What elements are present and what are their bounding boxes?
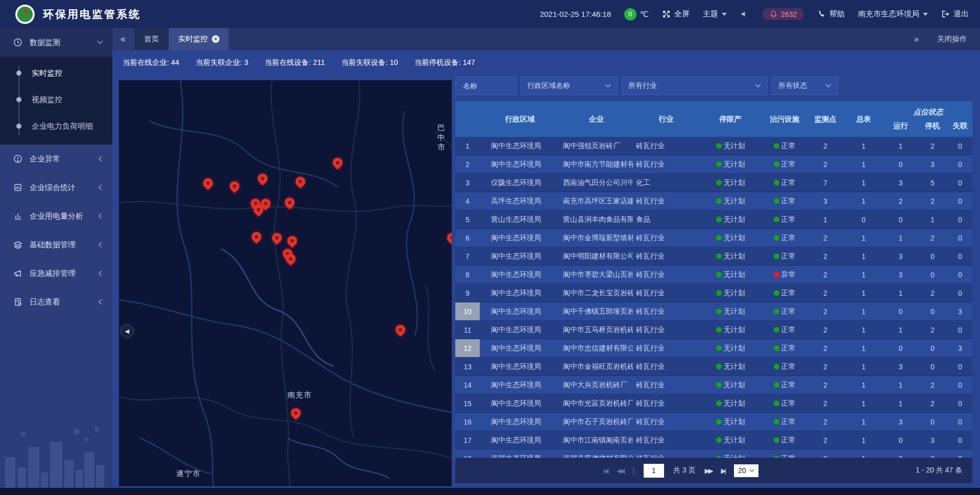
logout-button[interactable]: 退出 (941, 9, 969, 19)
name-search-input[interactable] (462, 81, 510, 90)
table-row[interactable]: 3仪陇生态环境局西南油气田分公司川中化工无计划正常71350 (455, 174, 972, 192)
cell-running: 3 (884, 266, 917, 284)
notification-badge[interactable]: 2632 (762, 8, 804, 20)
fullscreen-button[interactable]: 全屏 (662, 9, 690, 19)
next-page-button[interactable]: ▶▶ (705, 467, 712, 475)
table-row[interactable]: 10阆中生态环境局阆中千佛镇五郎垭页岩砖瓦行业无计划正常21003 (455, 302, 972, 321)
fullscreen-icon (662, 10, 671, 18)
cell-monitor-points: 2 (807, 431, 843, 449)
status-dot-icon (716, 180, 722, 185)
table-row[interactable]: 2阆中生态环境局阆中市南方节能建材有砖瓦行业无计划正常21030 (455, 155, 972, 174)
cell-pollution-facility: 正常 (762, 339, 807, 357)
table-row[interactable]: 7阆中生态环境局阆中明阳建材有限公司砖瓦行业无计划正常21300 (455, 247, 972, 266)
cell-monitor-points: 2 (807, 376, 843, 394)
sidebar-item-4[interactable]: 企业用电量分析 (0, 202, 112, 230)
table-row[interactable]: 5营山生态环境局营山县润丰肉食品有限食品无计划正常10010 (455, 210, 972, 229)
table-row[interactable]: 1阆中生态环境局阆中强锐页岩砖厂砖瓦行业无计划正常21120 (455, 137, 972, 155)
org-name: 南充市生态环境局 (858, 9, 919, 19)
tab-realtime-monitor[interactable]: 实时监控 × (169, 28, 229, 50)
sidebar-item-5[interactable]: 基础数据管理 (0, 230, 112, 259)
cell-pollution-facility: 正常 (762, 155, 807, 173)
status-dot-icon (774, 217, 779, 222)
table-row[interactable]: 11阆中生态环境局阆中市五马桥页岩机砖砖瓦行业无计划正常21120 (455, 321, 972, 339)
table-row[interactable]: 9阆中生态环境局阆中市二龙长宝页岩砖砖瓦行业无计划正常21120 (455, 284, 972, 302)
table-row[interactable]: 14阆中生态环境局阆中大兴页岩机砖厂砖瓦行业无计划正常21120 (455, 376, 972, 394)
map-panel[interactable]: ◀ 巴中市南充市遂宁市 (119, 80, 452, 486)
page-number-input[interactable] (644, 464, 664, 478)
status-dot-icon (774, 180, 779, 185)
stats-icon (13, 183, 22, 192)
mute-button[interactable] (740, 10, 749, 18)
table-row[interactable]: 18南部生态环境局南部县双佛建材有限公砖瓦行业无计划正常21000 (455, 450, 972, 458)
chevron-down-icon (755, 84, 761, 88)
org-dropdown[interactable]: 南充市生态环境局 (858, 9, 928, 19)
cell-running: 2 (884, 192, 917, 210)
tabs-scroll-left-button[interactable]: « (112, 28, 134, 50)
cell-stopped: 2 (917, 321, 948, 339)
cell-company: 阆中市金福旺页岩机砖 (560, 358, 633, 375)
cell-index: 16 (455, 413, 480, 431)
table-row[interactable]: 6阆中生态环境局阆中市金博瑞新型墙材砖瓦行业无计划正常21120 (455, 229, 972, 247)
app-title: 环保用电监管系统 (43, 7, 141, 21)
cell-total-meter: 1 (843, 413, 884, 431)
first-page-button[interactable]: |◀ (603, 467, 607, 475)
cell-stop-production: 无计划 (699, 174, 762, 192)
cell-pollution-facility: 正常 (762, 284, 807, 302)
table-row[interactable]: 12阆中生态环境局阆中市忠信建材有限公砖瓦行业无计划正常21003 (455, 339, 972, 358)
industry-select[interactable]: 所有行业 (622, 77, 768, 95)
cell-pollution-facility: 正常 (762, 358, 807, 375)
stop-production-text: 无计划 (724, 160, 745, 169)
prev-page-button[interactable]: ◀◀ (616, 467, 623, 475)
tab-close-icon[interactable]: × (212, 35, 219, 43)
sidebar-item-7[interactable]: 日志查看 (0, 288, 112, 316)
sidebar-subitem[interactable]: 企业电力负荷明细 (0, 113, 112, 139)
page-size-select[interactable]: 20 (734, 464, 758, 477)
sidebar-item-3[interactable]: 企业综合统计 (0, 173, 112, 202)
cell-region: 阆中生态环境局 (480, 284, 560, 302)
stop-production-text: 无计划 (724, 142, 745, 151)
tab-home[interactable]: 首页 (135, 28, 168, 50)
cell-index: 9 (455, 284, 480, 302)
sidebar-item-6[interactable]: 应急减排管理 (0, 259, 112, 288)
close-operations-button[interactable]: 关闭操作 (937, 34, 967, 44)
tabs-scroll-right-button[interactable]: » (914, 35, 917, 44)
status-dot-icon (716, 290, 722, 296)
table-row[interactable]: 4高坪生态环境局南充市高坪区王家店建砖瓦行业无计划正常31220 (455, 192, 972, 210)
cell-pollution-facility: 正常 (762, 450, 807, 458)
table-row[interactable]: 17阆中生态环境局阆中市江南镇阆南页岩砖瓦行业无计划正常21030 (455, 431, 972, 450)
status-select[interactable]: 所有状态 (772, 77, 838, 95)
stop-production-text: 无计划 (724, 381, 745, 390)
table-row[interactable]: 15阆中生态环境局阆中市光富页岩机砖厂砖瓦行业无计划正常21120 (455, 394, 972, 413)
cell-industry: 砖瓦行业 (633, 431, 699, 449)
sidebar-item-2[interactable]: 企业异常 (0, 145, 112, 173)
theme-dropdown[interactable]: 主题 (703, 9, 727, 19)
table-row[interactable]: 13阆中生态环境局阆中市金福旺页岩机砖砖瓦行业无计划正常21300 (455, 358, 972, 376)
table-row[interactable]: 16阆中生态环境局阆中市石子页岩机砖厂砖瓦行业无计划正常21300 (455, 413, 972, 431)
sidebar-subitem[interactable]: 实时监控 (0, 60, 112, 86)
sidebar-item-label: 基础数据管理 (30, 240, 76, 250)
region-select[interactable]: 行政区域名称 (521, 77, 618, 95)
facility-status-text: 正常 (781, 289, 796, 298)
table-row[interactable]: 8阆中生态环境局阆中市枣碧大梁山页岩砖瓦行业无计划异常21300 (455, 266, 972, 284)
sidebar-subitem[interactable]: 视频监控 (0, 86, 112, 113)
cell-stopped: 0 (917, 339, 948, 357)
cell-industry: 砖瓦行业 (633, 358, 699, 375)
cell-running: 3 (884, 174, 917, 192)
col-stop-production: 停限产 (699, 101, 762, 137)
cell-company: 阆中大兴页岩机砖厂 (560, 376, 633, 394)
last-page-button[interactable]: ▶| (721, 467, 725, 475)
cell-index: 2 (455, 155, 480, 173)
cell-stopped: 0 (917, 247, 948, 265)
sidebar-item-1[interactable]: 数据监测 (0, 28, 112, 57)
help-button[interactable]: 帮助 (817, 9, 845, 19)
cell-company: 阆中市石子页岩机砖厂 (560, 413, 633, 431)
facility-status-text: 正常 (781, 252, 796, 261)
col-region: 行政区域 (480, 101, 560, 137)
status-dot-icon (774, 161, 779, 167)
notification-count: 2632 (781, 10, 797, 18)
status-dot-icon (716, 309, 722, 314)
cell-industry: 砖瓦行业 (633, 450, 699, 458)
status-dot-icon (716, 437, 722, 443)
sidebar-collapse-button[interactable]: ◀ (120, 324, 134, 338)
sidebar-item-label: 企业用电量分析 (30, 211, 83, 221)
